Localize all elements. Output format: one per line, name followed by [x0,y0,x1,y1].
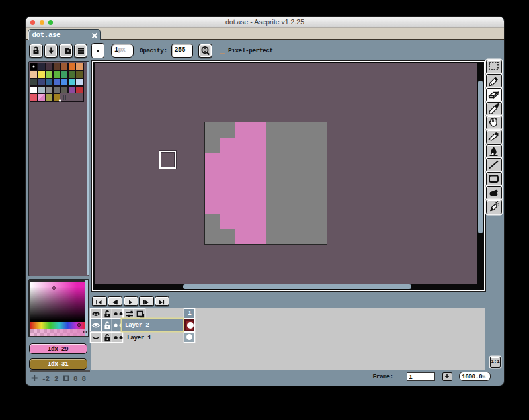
svg-text:-2: -2 [42,375,50,383]
svg-text:8: 8 [82,375,87,383]
svg-text:2: 2 [54,375,59,383]
svg-text:8: 8 [73,375,78,383]
